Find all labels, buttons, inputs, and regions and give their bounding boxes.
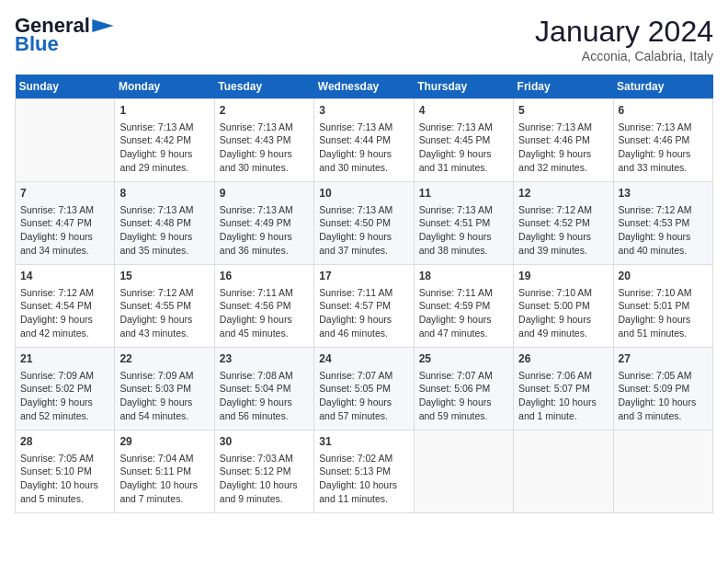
day-info: Sunrise: 7:13 AM Sunset: 4:42 PM Dayligh…	[119, 121, 209, 175]
day-info: Sunrise: 7:13 AM Sunset: 4:46 PM Dayligh…	[518, 121, 608, 175]
calendar-cell	[613, 431, 712, 513]
day-info: Sunrise: 7:13 AM Sunset: 4:44 PM Dayligh…	[319, 121, 408, 175]
calendar-cell	[514, 431, 613, 513]
calendar-cell: 25Sunrise: 7:07 AM Sunset: 5:06 PM Dayli…	[414, 348, 513, 431]
weekday-header-friday: Friday	[514, 75, 613, 99]
day-info: Sunrise: 7:12 AM Sunset: 4:54 PM Dayligh…	[20, 286, 109, 340]
day-number: 4	[419, 103, 508, 119]
weekday-header-row: SundayMondayTuesdayWednesdayThursdayFrid…	[16, 75, 713, 99]
week-row-0: 1Sunrise: 7:13 AM Sunset: 4:42 PM Daylig…	[16, 99, 713, 182]
day-number: 10	[319, 186, 408, 201]
day-number: 13	[619, 186, 708, 201]
day-info: Sunrise: 7:13 AM Sunset: 4:48 PM Dayligh…	[119, 203, 209, 258]
day-info: Sunrise: 7:07 AM Sunset: 5:06 PM Dayligh…	[419, 369, 508, 423]
day-number: 11	[419, 186, 508, 201]
calendar-cell	[16, 99, 115, 182]
day-info: Sunrise: 7:12 AM Sunset: 4:52 PM Dayligh…	[518, 203, 608, 258]
week-row-3: 21Sunrise: 7:09 AM Sunset: 5:02 PM Dayli…	[16, 348, 713, 431]
calendar-cell: 30Sunrise: 7:03 AM Sunset: 5:12 PM Dayli…	[214, 431, 313, 513]
day-number: 7	[20, 186, 109, 201]
page-header: General Blue January 2024 Acconia, Calab…	[15, 15, 713, 63]
location-title: Acconia, Calabria, Italy	[535, 49, 713, 63]
week-row-2: 14Sunrise: 7:12 AM Sunset: 4:54 PM Dayli…	[16, 265, 713, 348]
day-info: Sunrise: 7:05 AM Sunset: 5:10 PM Dayligh…	[20, 452, 109, 506]
calendar-table: SundayMondayTuesdayWednesdayThursdayFrid…	[15, 75, 713, 513]
calendar-cell: 18Sunrise: 7:11 AM Sunset: 4:59 PM Dayli…	[414, 265, 513, 348]
day-number: 2	[220, 103, 309, 119]
day-number: 5	[518, 103, 608, 119]
day-info: Sunrise: 7:11 AM Sunset: 4:59 PM Dayligh…	[419, 286, 508, 340]
calendar-cell: 15Sunrise: 7:12 AM Sunset: 4:55 PM Dayli…	[115, 265, 214, 348]
day-number: 20	[619, 269, 708, 284]
logo-blue: Blue	[15, 33, 59, 55]
day-info: Sunrise: 7:13 AM Sunset: 4:45 PM Dayligh…	[419, 121, 508, 175]
weekday-header-saturday: Saturday	[613, 75, 712, 99]
day-info: Sunrise: 7:12 AM Sunset: 4:53 PM Dayligh…	[619, 203, 708, 258]
day-info: Sunrise: 7:13 AM Sunset: 4:50 PM Dayligh…	[319, 203, 408, 258]
calendar-cell: 27Sunrise: 7:05 AM Sunset: 5:09 PM Dayli…	[613, 348, 712, 431]
calendar-cell: 31Sunrise: 7:02 AM Sunset: 5:13 PM Dayli…	[314, 431, 414, 513]
day-info: Sunrise: 7:13 AM Sunset: 4:46 PM Dayligh…	[619, 121, 708, 175]
title-block: January 2024 Acconia, Calabria, Italy	[535, 15, 713, 63]
day-number: 22	[119, 351, 209, 367]
calendar-cell: 22Sunrise: 7:09 AM Sunset: 5:03 PM Dayli…	[115, 348, 214, 431]
calendar-cell	[414, 431, 513, 513]
month-title: January 2024	[535, 15, 713, 49]
day-number: 8	[119, 186, 209, 201]
calendar-cell: 17Sunrise: 7:11 AM Sunset: 4:57 PM Dayli…	[314, 265, 414, 348]
calendar-cell: 9Sunrise: 7:13 AM Sunset: 4:49 PM Daylig…	[214, 182, 313, 265]
calendar-cell: 8Sunrise: 7:13 AM Sunset: 4:48 PM Daylig…	[115, 182, 214, 265]
calendar-cell: 28Sunrise: 7:05 AM Sunset: 5:10 PM Dayli…	[16, 431, 115, 513]
day-info: Sunrise: 7:07 AM Sunset: 5:05 PM Dayligh…	[319, 369, 408, 423]
day-info: Sunrise: 7:05 AM Sunset: 5:09 PM Dayligh…	[619, 369, 708, 423]
day-info: Sunrise: 7:10 AM Sunset: 5:00 PM Dayligh…	[518, 286, 608, 340]
day-number: 9	[220, 186, 309, 201]
day-number: 28	[20, 434, 109, 450]
day-number: 12	[518, 186, 608, 201]
calendar-cell: 13Sunrise: 7:12 AM Sunset: 4:53 PM Dayli…	[613, 182, 712, 265]
weekday-header-tuesday: Tuesday	[214, 75, 313, 99]
day-info: Sunrise: 7:13 AM Sunset: 4:43 PM Dayligh…	[220, 121, 309, 175]
day-info: Sunrise: 7:13 AM Sunset: 4:51 PM Dayligh…	[419, 203, 508, 258]
svg-marker-0	[92, 19, 113, 32]
weekday-header-wednesday: Wednesday	[314, 75, 414, 99]
calendar-cell: 3Sunrise: 7:13 AM Sunset: 4:44 PM Daylig…	[314, 99, 414, 182]
calendar-cell: 29Sunrise: 7:04 AM Sunset: 5:11 PM Dayli…	[115, 431, 214, 513]
day-info: Sunrise: 7:06 AM Sunset: 5:07 PM Dayligh…	[518, 369, 608, 423]
day-info: Sunrise: 7:11 AM Sunset: 4:57 PM Dayligh…	[319, 286, 408, 340]
day-number: 1	[119, 103, 209, 119]
week-row-4: 28Sunrise: 7:05 AM Sunset: 5:10 PM Dayli…	[16, 431, 713, 513]
day-number: 29	[119, 434, 209, 450]
calendar-cell: 12Sunrise: 7:12 AM Sunset: 4:52 PM Dayli…	[514, 182, 613, 265]
day-info: Sunrise: 7:10 AM Sunset: 5:01 PM Dayligh…	[619, 286, 708, 340]
weekday-header-monday: Monday	[115, 75, 214, 99]
day-number: 31	[319, 434, 408, 450]
day-number: 27	[619, 351, 708, 367]
day-info: Sunrise: 7:13 AM Sunset: 4:47 PM Dayligh…	[20, 203, 109, 258]
day-number: 15	[119, 269, 209, 284]
day-info: Sunrise: 7:03 AM Sunset: 5:12 PM Dayligh…	[220, 452, 309, 506]
calendar-cell: 16Sunrise: 7:11 AM Sunset: 4:56 PM Dayli…	[214, 265, 313, 348]
calendar-cell: 4Sunrise: 7:13 AM Sunset: 4:45 PM Daylig…	[414, 99, 513, 182]
day-info: Sunrise: 7:02 AM Sunset: 5:13 PM Dayligh…	[319, 452, 408, 506]
day-number: 19	[518, 269, 608, 284]
day-info: Sunrise: 7:11 AM Sunset: 4:56 PM Dayligh…	[220, 286, 309, 340]
day-number: 3	[319, 103, 408, 119]
calendar-cell: 21Sunrise: 7:09 AM Sunset: 5:02 PM Dayli…	[16, 348, 115, 431]
day-number: 26	[518, 351, 608, 367]
calendar-cell: 23Sunrise: 7:08 AM Sunset: 5:04 PM Dayli…	[214, 348, 313, 431]
calendar-cell: 11Sunrise: 7:13 AM Sunset: 4:51 PM Dayli…	[414, 182, 513, 265]
day-number: 18	[419, 269, 508, 284]
calendar-cell: 1Sunrise: 7:13 AM Sunset: 4:42 PM Daylig…	[115, 99, 214, 182]
day-number: 16	[220, 269, 309, 284]
calendar-cell: 10Sunrise: 7:13 AM Sunset: 4:50 PM Dayli…	[314, 182, 414, 265]
day-number: 17	[319, 269, 408, 284]
weekday-header-sunday: Sunday	[16, 75, 115, 99]
calendar-cell: 14Sunrise: 7:12 AM Sunset: 4:54 PM Dayli…	[16, 265, 115, 348]
day-number: 25	[419, 351, 508, 367]
day-info: Sunrise: 7:13 AM Sunset: 4:49 PM Dayligh…	[220, 203, 309, 258]
calendar-cell: 24Sunrise: 7:07 AM Sunset: 5:05 PM Dayli…	[314, 348, 414, 431]
weekday-header-thursday: Thursday	[414, 75, 513, 99]
day-number: 14	[20, 269, 109, 284]
calendar-cell: 7Sunrise: 7:13 AM Sunset: 4:47 PM Daylig…	[16, 182, 115, 265]
